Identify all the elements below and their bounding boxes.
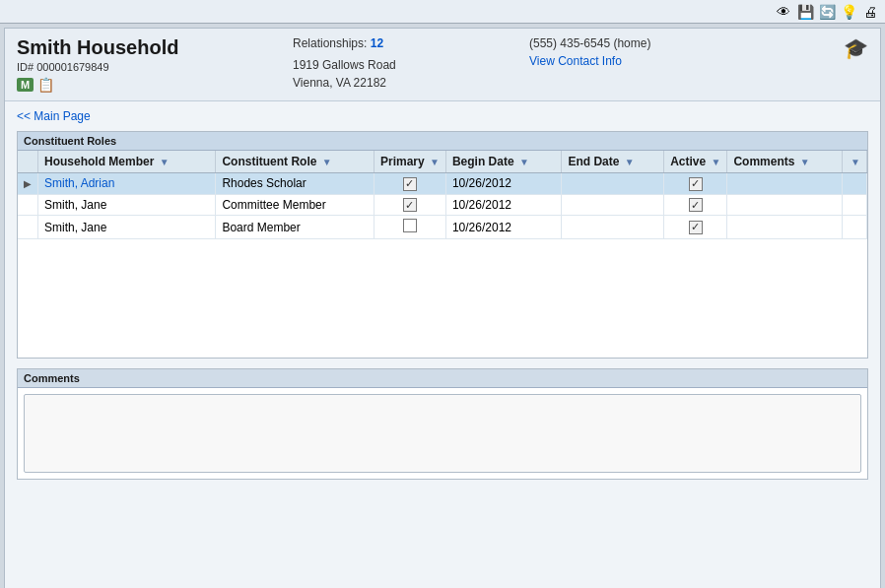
- comments-body: [18, 388, 867, 479]
- save-icon[interactable]: 💾: [796, 3, 814, 21]
- row-arrow-cell: [18, 216, 38, 239]
- table-header-row: Household Member ▼ Constituent Role ▼ Pr…: [18, 151, 867, 173]
- member-cell: Smith, Jane: [38, 216, 216, 239]
- col-arrow: [18, 151, 38, 173]
- toolbar: 👁 💾 🔄 💡 🖨: [0, 0, 885, 24]
- body-section: << Main Page Constituent Roles Household…: [5, 101, 880, 488]
- comments-cell: [727, 173, 843, 195]
- col-extra-filter: ▼: [843, 151, 867, 173]
- constituent-roles-panel: Constituent Roles Household Member ▼ Con…: [17, 131, 868, 359]
- filter-active-icon[interactable]: ▼: [712, 157, 721, 167]
- header-section: Smith Household ID# 000001679849 M 📋 Rel…: [5, 29, 880, 101]
- main-content: Smith Household ID# 000001679849 M 📋 Rel…: [4, 28, 881, 588]
- comments-cell: [727, 194, 843, 216]
- table-spacer: [18, 239, 867, 358]
- filter-extra-icon[interactable]: ▼: [851, 157, 860, 167]
- member-link[interactable]: Smith, Adrian: [44, 176, 114, 190]
- comments-panel: Comments: [17, 368, 868, 480]
- comments-textarea[interactable]: [24, 394, 861, 473]
- header-middle: Relationships: 12 1919 Gallows Road Vien…: [293, 36, 510, 92]
- role-cell: Committee Member: [216, 194, 374, 216]
- filter-primary-icon[interactable]: ▼: [430, 157, 440, 167]
- extra-cell: [843, 194, 867, 216]
- row-arrow-cell: [18, 194, 38, 216]
- refresh-icon[interactable]: 🔄: [818, 3, 836, 21]
- primary-checkbox[interactable]: [403, 177, 417, 191]
- primary-cell: [374, 194, 445, 216]
- begin-date-cell: 10/26/2012: [445, 194, 562, 216]
- header-left: Smith Household ID# 000001679849 M 📋: [17, 36, 273, 93]
- extra-cell: [843, 173, 867, 195]
- col-begin-date: Begin Date ▼: [445, 151, 562, 173]
- member-cell: Smith, Adrian: [38, 173, 216, 195]
- active-checkbox[interactable]: [689, 221, 703, 234]
- role-cell: Rhodes Scholar: [216, 173, 374, 195]
- phone-number: (555) 435-6545 (home): [529, 36, 650, 50]
- address-line2: Vienna, VA 22182: [293, 76, 386, 90]
- main-page-link[interactable]: << Main Page: [17, 109, 91, 123]
- panel-body-roles: Household Member ▼ Constituent Role ▼ Pr…: [18, 151, 867, 358]
- view-contact-link[interactable]: View Contact Info: [529, 54, 622, 68]
- member-cell: Smith, Jane: [38, 194, 216, 216]
- col-end-date: End Date ▼: [562, 151, 664, 173]
- primary-checkbox[interactable]: [403, 219, 417, 232]
- relationships-link[interactable]: 12: [371, 36, 383, 50]
- col-household-member: Household Member ▼: [38, 151, 216, 173]
- primary-cell: [374, 173, 445, 195]
- col-comments: Comments ▼: [727, 151, 843, 173]
- comments-cell: [727, 216, 843, 239]
- end-date-cell: [562, 216, 664, 239]
- filter-end-icon[interactable]: ▼: [625, 157, 635, 167]
- filter-household-icon[interactable]: ▼: [160, 157, 170, 167]
- id-line: ID# 000001679849: [17, 61, 273, 73]
- begin-date-cell: 10/26/2012: [445, 216, 562, 239]
- eye-icon[interactable]: 👁: [775, 3, 792, 21]
- badge-m: M: [17, 78, 34, 92]
- help-icon[interactable]: 💡: [840, 3, 857, 21]
- address: 1919 Gallows Road Vienna, VA 22182: [293, 56, 510, 92]
- household-title: Smith Household: [17, 36, 273, 59]
- roles-table: Household Member ▼ Constituent Role ▼ Pr…: [18, 151, 867, 239]
- table-row[interactable]: Smith, JaneCommittee Member10/26/2012: [18, 194, 867, 216]
- row-arrow-cell: ▶: [18, 173, 38, 195]
- role-cell: Board Member: [216, 216, 374, 239]
- address-line1: 1919 Gallows Road: [293, 58, 396, 72]
- header-right: (555) 435-6545 (home) View Contact Info …: [529, 36, 868, 68]
- begin-date-cell: 10/26/2012: [445, 173, 562, 195]
- primary-cell: [374, 216, 445, 239]
- col-constituent-role: Constituent Role ▼: [216, 151, 374, 173]
- icon-badges: M 📋: [17, 77, 273, 93]
- constituent-icon[interactable]: 🎓: [844, 36, 868, 60]
- extra-cell: [843, 216, 867, 239]
- col-primary: Primary ▼: [374, 151, 445, 173]
- end-date-cell: [562, 194, 664, 216]
- table-row[interactable]: ▶Smith, AdrianRhodes Scholar10/26/2012: [18, 173, 867, 195]
- active-cell: [664, 173, 727, 195]
- active-cell: [664, 216, 727, 239]
- active-cell: [664, 194, 727, 216]
- active-checkbox[interactable]: [689, 177, 703, 191]
- active-checkbox[interactable]: [689, 198, 703, 212]
- row-expand-arrow[interactable]: ▶: [24, 178, 32, 189]
- col-active: Active ▼: [664, 151, 727, 173]
- filter-role-icon[interactable]: ▼: [322, 157, 332, 167]
- relationships-label: Relationships:: [293, 36, 367, 50]
- filter-begin-icon[interactable]: ▼: [519, 157, 529, 167]
- filter-comments-icon[interactable]: ▼: [800, 157, 810, 167]
- primary-checkbox[interactable]: [403, 198, 417, 212]
- panel-title-roles: Constituent Roles: [18, 132, 867, 151]
- contact-info: (555) 435-6545 (home) View Contact Info: [529, 36, 650, 68]
- table-row[interactable]: Smith, JaneBoard Member10/26/2012: [18, 216, 867, 239]
- copy-icon[interactable]: 📋: [37, 77, 54, 93]
- relationships-line: Relationships: 12: [293, 36, 510, 50]
- end-date-cell: [562, 173, 664, 195]
- print-icon[interactable]: 🖨: [861, 3, 879, 21]
- comments-panel-title: Comments: [18, 369, 867, 388]
